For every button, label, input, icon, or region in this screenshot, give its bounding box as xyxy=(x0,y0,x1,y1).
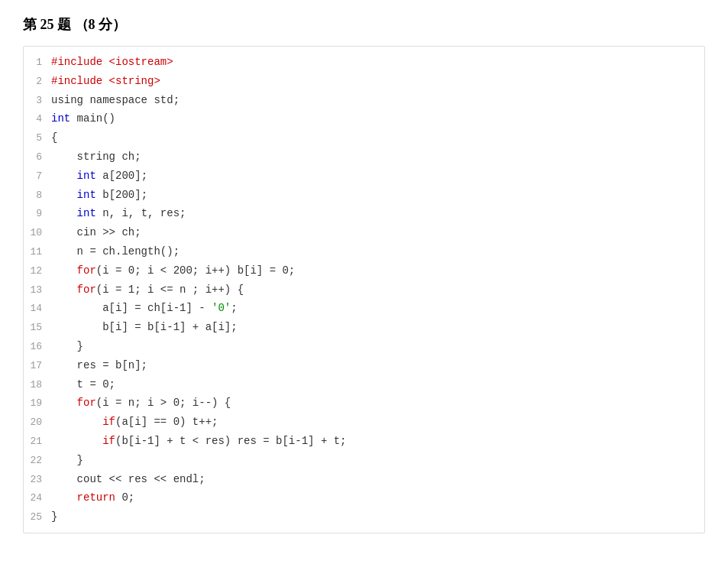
line-number: 14 xyxy=(24,301,51,317)
line-content: #include <iostream> xyxy=(51,53,704,70)
line-content: n = ch.length(); xyxy=(51,243,704,260)
line-content: cin >> ch; xyxy=(51,224,704,241)
line-number: 3 xyxy=(24,93,51,109)
line-content: using namespace std; xyxy=(51,92,704,109)
code-token xyxy=(51,170,77,182)
line-content: b[i] = b[i-1] + a[i]; xyxy=(51,319,704,335)
line-content: t = 0; xyxy=(51,376,704,393)
code-line: 16 } xyxy=(24,337,704,356)
line-number: 18 xyxy=(24,378,51,394)
code-line: 19 for(i = n; i > 0; i--) { xyxy=(24,394,704,413)
line-content: a[i] = ch[i-1] - '0'; xyxy=(51,300,704,316)
line-content: for(i = n; i > 0; i--) { xyxy=(51,394,704,411)
line-content: return 0; xyxy=(51,489,704,506)
line-content: for(i = 1; i <= n ; i++) { xyxy=(51,281,704,298)
code-line: 9 int n, i, t, res; xyxy=(24,204,704,223)
line-number: 22 xyxy=(24,453,51,469)
code-token: string ch; xyxy=(51,151,141,163)
code-line: 21 if(b[i-1] + t < res) res = b[i-1] + t… xyxy=(24,432,704,451)
code-token: cout << res << endl; xyxy=(51,473,205,485)
line-content: int main() xyxy=(51,110,704,127)
code-block: 1#include <iostream>2#include <string>3u… xyxy=(24,47,704,533)
line-number: 9 xyxy=(24,206,51,222)
line-number: 6 xyxy=(24,150,51,166)
page-title: 第 25 题 （8 分） xyxy=(23,15,705,34)
code-token: for xyxy=(77,397,96,409)
line-content: cout << res << endl; xyxy=(51,471,704,488)
line-number: 21 xyxy=(24,434,51,450)
code-container: 1#include <iostream>2#include <string>3u… xyxy=(23,46,705,533)
code-token: t = 0; xyxy=(51,378,115,391)
line-content: } xyxy=(51,452,704,468)
line-content: for(i = 0; i < 200; i++) b[i] = 0; xyxy=(51,262,704,279)
line-number: 7 xyxy=(24,169,51,185)
line-content: #include <string> xyxy=(51,73,704,89)
line-number: 23 xyxy=(24,472,51,488)
code-token: (i = 1; i <= n ; i++) { xyxy=(96,284,244,296)
code-line: 6 string ch; xyxy=(24,147,704,167)
line-number: 13 xyxy=(24,283,51,299)
code-token: for xyxy=(77,284,96,296)
code-token: b[i] = b[i-1] + a[i]; xyxy=(51,321,238,333)
line-number: 11 xyxy=(24,245,51,261)
line-number: 5 xyxy=(24,131,51,147)
code-line: 20 if(a[i] == 0) t++; xyxy=(24,413,704,432)
code-line: 4int main() xyxy=(24,109,704,128)
code-token xyxy=(51,397,77,409)
code-token: if xyxy=(102,435,115,447)
code-token: (i = 0; i < 200; i++) b[i] = 0; xyxy=(96,264,295,277)
code-token: n = ch.length(); xyxy=(51,245,180,258)
code-token: #include <string> xyxy=(51,75,160,87)
code-line: 15 b[i] = b[i-1] + a[i]; xyxy=(24,318,704,337)
code-token: (a[i] == 0) t++; xyxy=(115,416,218,428)
line-content: res = b[n]; xyxy=(51,357,704,374)
code-line: 14 a[i] = ch[i-1] - '0'; xyxy=(24,299,704,318)
line-content: } xyxy=(51,508,704,525)
code-line: 13 for(i = 1; i <= n ; i++) { xyxy=(24,280,704,300)
line-content: int n, i, t, res; xyxy=(51,205,704,222)
line-number: 8 xyxy=(24,188,51,204)
code-token: using namespace std; xyxy=(51,94,180,106)
code-token xyxy=(51,491,77,504)
code-token: a[i] = ch[i-1] - xyxy=(51,302,212,314)
code-token: int xyxy=(51,112,77,125)
code-token: { xyxy=(51,131,57,144)
code-line: 25} xyxy=(24,507,704,527)
code-token: } xyxy=(51,454,83,466)
code-line: 3using namespace std; xyxy=(24,91,704,110)
code-line: 12 for(i = 0; i < 200; i++) b[i] = 0; xyxy=(24,261,704,280)
line-number: 16 xyxy=(24,339,51,355)
code-line: 22 } xyxy=(24,451,704,470)
code-token: a[200]; xyxy=(96,170,147,182)
code-line: 8 int b[200]; xyxy=(24,186,704,205)
code-token: b[200]; xyxy=(96,189,147,201)
code-line: 5{ xyxy=(24,128,704,147)
code-line: 11 n = ch.length(); xyxy=(24,242,704,261)
line-content: if(a[i] == 0) t++; xyxy=(51,413,704,430)
code-token: main() xyxy=(77,112,115,125)
code-token: int xyxy=(77,170,96,182)
code-token xyxy=(51,264,77,277)
code-token: int xyxy=(77,189,96,201)
code-token: n, i, t, res; xyxy=(96,207,186,219)
code-token: } xyxy=(51,340,83,352)
code-token: 0; xyxy=(115,491,134,504)
code-line: 18 t = 0; xyxy=(24,375,704,394)
code-token: int xyxy=(77,207,96,219)
line-content: } xyxy=(51,338,704,355)
code-token: } xyxy=(51,511,57,523)
code-token: (b[i-1] + t < res) res = b[i-1] + t; xyxy=(115,435,346,447)
code-token xyxy=(51,284,77,296)
line-content: int a[200]; xyxy=(51,167,704,184)
code-line: 17 res = b[n]; xyxy=(24,356,704,375)
code-token: ; xyxy=(231,302,237,314)
code-token: cin >> ch; xyxy=(51,226,141,238)
line-number: 12 xyxy=(24,264,51,280)
code-token: res = b[n]; xyxy=(51,359,147,371)
code-line: 10 cin >> ch; xyxy=(24,223,704,242)
line-number: 10 xyxy=(24,225,51,241)
line-number: 17 xyxy=(24,358,51,374)
code-line: 1#include <iostream> xyxy=(24,53,704,72)
code-token: return xyxy=(77,491,115,504)
line-number: 2 xyxy=(24,74,51,90)
